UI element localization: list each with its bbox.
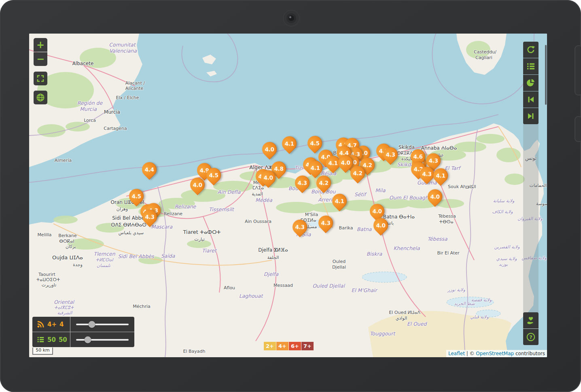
map-label: سيدي بلعباس <box>119 231 144 235</box>
help-button[interactable]: ? <box>523 329 539 345</box>
map-label: Oriental <box>54 300 74 305</box>
quake-pin[interactable]: 4.3 <box>292 173 313 193</box>
list-icon <box>526 62 535 71</box>
map-label: ولاية سليانة <box>493 199 515 203</box>
quake-pin[interactable]: 4.3 <box>140 207 160 227</box>
magnitude-filter-value: 4 <box>59 321 64 328</box>
quake-pin[interactable]: 4.2 <box>314 173 334 193</box>
scale-bar: 50 km <box>32 348 53 355</box>
map-label: Murcia <box>104 110 120 114</box>
list-count-icon <box>37 336 45 343</box>
map-label: ⵙⴷⵉ ⴱⵍⵄⴱⴰⵙ <box>111 222 146 227</box>
map-label: Albacete <box>72 61 94 66</box>
quake-pin[interactable]: 4.1 <box>279 133 300 154</box>
zoom-out-button[interactable]: − <box>34 52 47 66</box>
magnitude-legend: 2+4+6+7+ <box>264 342 314 350</box>
list-button[interactable] <box>523 58 539 74</box>
map-label: Elx / Elche <box>116 95 139 100</box>
basemap <box>29 34 547 357</box>
quake-pin[interactable]: 4.0 <box>187 175 208 195</box>
filter-panel: 4+ 4 <box>32 317 134 347</box>
count-filter-cell: 50 50 <box>32 332 70 347</box>
quake-pin[interactable]: 4.3 <box>380 144 401 165</box>
map-label: Taourirt <box>38 272 55 277</box>
map-label: Djelfa <box>264 272 278 277</box>
map-label: Laghouat <box>239 294 263 299</box>
attribution: Leaflet | © OpenStreetMap contributors <box>446 350 547 357</box>
map-label: المدية <box>252 192 263 196</box>
map-label: El Bayadh <box>183 349 206 354</box>
quake-pin[interactable]: 4.5 <box>204 165 224 186</box>
count-filter-label: 50 <box>47 336 56 343</box>
openstreetmap-link[interactable]: OpenStreetMap <box>476 351 514 356</box>
quake-pin[interactable]: 4.5 <box>126 186 147 207</box>
pie-chart-button[interactable] <box>523 75 539 91</box>
map-label: وجدة <box>73 263 83 267</box>
magnitude-slider[interactable] <box>70 317 134 332</box>
refresh-button[interactable] <box>523 42 539 58</box>
map-label: Sidi Bel Abbès <box>118 254 154 259</box>
map-label: Tlemcen <box>93 252 115 257</box>
map-label: Biskra <box>367 252 382 257</box>
svg-text:?: ? <box>529 334 532 340</box>
map-label: Ouled <box>333 259 346 264</box>
count-slider-track[interactable] <box>76 339 129 341</box>
map-label: Annaba ⵄⵏⴰⴱⴰ <box>421 146 457 150</box>
step-backward-button[interactable] <box>523 91 539 108</box>
map-label: ولاية قبلي <box>470 315 488 319</box>
map-label: Oum El Bouaghi <box>389 195 430 201</box>
magnitude-slider-track[interactable] <box>76 324 129 325</box>
quake-pin[interactable]: 4.0 <box>425 186 445 207</box>
donate-button[interactable] <box>523 312 539 328</box>
map-label: ⵜⴱⵙⴰ <box>439 220 453 224</box>
quake-pin[interactable]: 4.0 <box>258 167 279 188</box>
map-label: M'Sila <box>305 212 318 217</box>
map-label: Touggourt <box>370 331 395 337</box>
map-label: ⵜⴰⵏⴳⵎⵓⵜ <box>54 305 74 310</box>
map-label: Djelfa ⴵⵍⴼⴰ <box>258 248 288 252</box>
map-label: ولاية سيدي <box>496 256 517 261</box>
count-slider-knob[interactable] <box>84 336 91 343</box>
quake-pin[interactable]: 4.3 <box>290 217 310 237</box>
map-label: ولاية الكاف <box>492 210 513 214</box>
map-label: Oujda ⵡⵊⴷⴰ <box>52 255 83 260</box>
map-label: الوادي <box>396 316 407 320</box>
map-label: Batna <box>357 227 372 232</box>
count-filter-value: 50 <box>59 336 67 343</box>
leaflet-link[interactable]: Leaflet <box>448 351 465 356</box>
globe-button[interactable] <box>34 91 47 104</box>
magnitude-filter-label: 4+ <box>47 321 57 328</box>
map-label: Valenciana <box>109 49 137 54</box>
map-label: Djellal <box>332 265 346 269</box>
quake-pin[interactable]: 4.2 <box>348 163 368 184</box>
legend-chip: 6+ <box>289 342 301 350</box>
map-label: Cagliari <box>475 55 492 60</box>
map-label: Sétif <box>354 192 366 197</box>
side-button-power <box>575 116 581 142</box>
quake-pin[interactable]: 4.4 <box>139 159 160 180</box>
quake-pin[interactable]: 4.0 <box>259 139 280 160</box>
heart-hand-icon <box>526 316 536 325</box>
map-label: تيارت <box>194 237 204 242</box>
zoom-in-button[interactable]: + <box>34 38 47 52</box>
quake-pin[interactable]: 4.0 <box>371 215 391 236</box>
map-label: Lorca <box>84 118 96 123</box>
map-label: Aflou <box>224 286 235 290</box>
map-label: ولاية القصرين <box>494 245 520 249</box>
map-label: El Oued <box>407 322 427 327</box>
magnitude-slider-knob[interactable] <box>89 321 95 328</box>
fullscreen-button[interactable] <box>34 72 47 85</box>
signal-icon <box>37 320 45 328</box>
map-label: Relizane <box>175 204 196 210</box>
attribution-separator: | © <box>465 351 476 356</box>
step-forward-icon <box>527 112 535 120</box>
count-slider[interactable] <box>70 332 134 347</box>
map-label: ⴱⵔⴽⴰⵏ <box>59 239 74 244</box>
scrollbar-thumb[interactable] <box>545 45 547 105</box>
map-label: Almería <box>55 158 72 163</box>
quake-pin[interactable]: 4.3 <box>316 213 336 233</box>
step-forward-button[interactable] <box>523 108 539 124</box>
quake-pin[interactable]: 4.1 <box>329 191 350 212</box>
map-canvas[interactable]: ComunitatValencianaAlbaceteAlacant /Alic… <box>29 34 547 357</box>
quake-pin[interactable]: 4.1 <box>430 165 451 186</box>
